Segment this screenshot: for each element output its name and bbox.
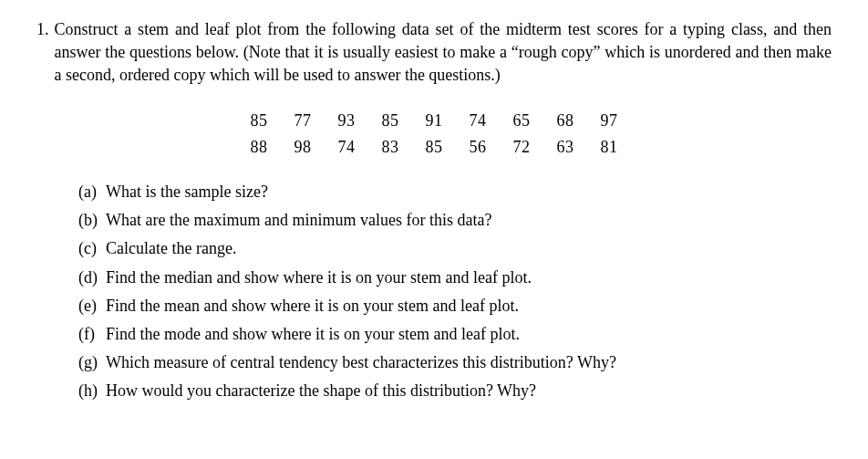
data-value: 85 (426, 136, 443, 159)
data-value: 81 (601, 136, 618, 159)
data-value: 63 (557, 136, 574, 159)
subpart-label: (b) (78, 209, 106, 232)
subpart-text: What are the maximum and minimum values … (106, 209, 491, 232)
subpart-c: (c) Calculate the range. (78, 237, 832, 260)
data-value: 91 (426, 110, 443, 132)
data-value: 74 (338, 136, 356, 159)
dataset-row-2: 88 98 74 83 85 56 72 63 81 (36, 136, 832, 159)
subpart-text: How would you characterize the shape of … (106, 380, 536, 402)
dataset-row-1: 85 77 93 85 91 74 65 68 97 (36, 110, 832, 132)
problem-number: 1. (36, 18, 49, 41)
subpart-text: Calculate the range. (106, 237, 236, 260)
data-value: 93 (338, 110, 356, 132)
dataset: 85 77 93 85 91 74 65 68 97 88 98 74 83 8… (36, 110, 832, 159)
subpart-label: (g) (78, 351, 106, 374)
data-value: 65 (513, 110, 531, 132)
subpart-f: (f) Find the mode and show where it is o… (78, 323, 832, 346)
subpart-label: (h) (78, 380, 106, 402)
data-value: 74 (470, 110, 487, 132)
data-value: 77 (294, 110, 312, 132)
problem-1: 1. Construct a stem and leaf plot from t… (36, 18, 832, 88)
data-value: 98 (294, 136, 312, 159)
subpart-text: Find the median and show where it is on … (106, 266, 532, 289)
data-value: 97 (601, 110, 618, 132)
subpart-label: (a) (78, 181, 106, 203)
subpart-text: Find the mean and show where it is on yo… (106, 295, 519, 318)
data-value: 68 (557, 110, 574, 132)
subpart-d: (d) Find the median and show where it is… (78, 266, 832, 289)
data-value: 56 (470, 136, 487, 159)
subpart-g: (g) Which measure of central tendency be… (78, 351, 832, 374)
subpart-h: (h) How would you characterize the shape… (78, 380, 832, 402)
data-value: 88 (251, 136, 268, 159)
data-value: 85 (251, 110, 268, 132)
subpart-text: Find the mode and show where it is on yo… (106, 323, 520, 346)
subpart-label: (d) (78, 266, 106, 289)
subpart-a: (a) What is the sample size? (78, 181, 832, 203)
subpart-text: What is the sample size? (106, 181, 268, 203)
subpart-label: (e) (78, 295, 106, 318)
subpart-label: (c) (78, 237, 106, 260)
data-value: 83 (382, 136, 399, 159)
subpart-b: (b) What are the maximum and minimum val… (78, 209, 832, 232)
subpart-e: (e) Find the mean and show where it is o… (78, 295, 832, 318)
subpart-label: (f) (78, 323, 106, 346)
subparts-list: (a) What is the sample size? (b) What ar… (78, 181, 832, 403)
subpart-text: Which measure of central tendency best c… (106, 351, 616, 374)
data-value: 85 (382, 110, 399, 132)
problem-text: Construct a stem and leaf plot from the … (55, 18, 832, 88)
data-value: 72 (513, 136, 531, 159)
